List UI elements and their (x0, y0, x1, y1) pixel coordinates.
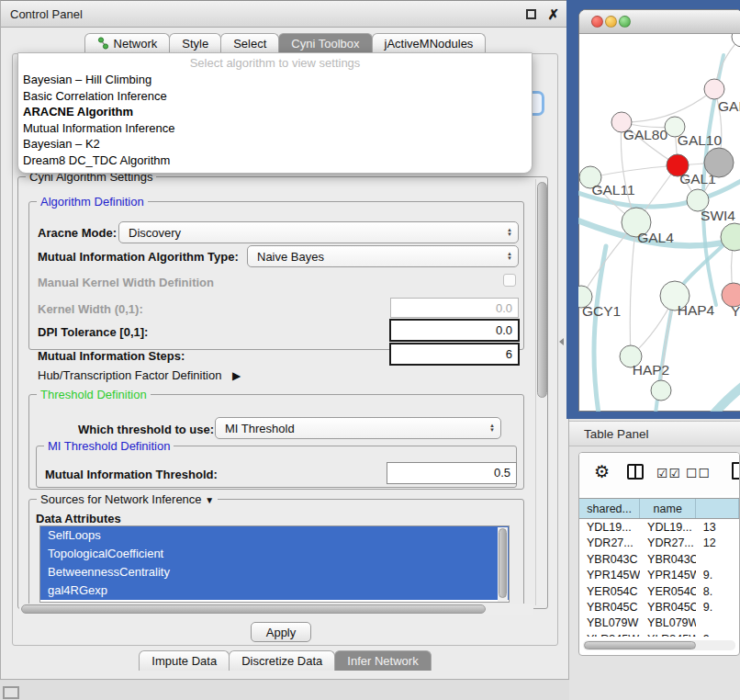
algorithm-option-mutual-information-inference[interactable]: Mutual Information Inference (18, 120, 532, 137)
table-row[interactable]: YBR045CYBR045C9. (579, 599, 739, 615)
table-cell: YDR27... (640, 535, 696, 550)
table-cell (696, 551, 739, 567)
tab-jactivemnodules[interactable]: jActiveMNodules (372, 33, 487, 53)
expand-right-icon[interactable]: ▶ (232, 369, 241, 382)
splitter-collapse-icon[interactable] (559, 338, 564, 345)
algorithm-option-bayesian-k2[interactable]: Bayesian – K2 (18, 136, 532, 152)
node-table: shared...name YDL19...YDL19...13YDR27...… (579, 498, 739, 637)
minimize-traffic-light-icon[interactable] (605, 16, 617, 28)
network-window-titlebar[interactable] (579, 10, 740, 34)
aracne-mode-value: Discovery (129, 226, 507, 240)
tab-label: Discretize Data (241, 654, 322, 668)
algorithm-option-dream8-dc-tdc-algorithm[interactable]: Dream8 DC_TDC Algorithm (18, 152, 532, 169)
tab-cyni-toolbox[interactable]: Cyni Toolbox (278, 33, 372, 53)
manual-kernel-width-checkbox[interactable] (503, 274, 516, 287)
table-row[interactable]: YBR043CYBR043C (579, 551, 739, 567)
network-node[interactable] (732, 34, 740, 47)
table-cell: YBR045C (579, 599, 640, 615)
data-attributes-list[interactable]: SelfLoopsTopologicalCoefficientBetweenne… (39, 525, 510, 603)
table-cell: YDR27... (579, 535, 640, 550)
combo-arrows-icon: ▲▼ (507, 228, 512, 237)
mi-steps-input[interactable]: 6 (389, 343, 520, 366)
network-node[interactable] (704, 148, 734, 177)
table-cell: YER054C (640, 583, 696, 599)
mi-threshold-label: Mutual Information Threshold: (45, 468, 218, 481)
algorithm-option-basic-correlation-inference[interactable]: Basic Correlation Inference (18, 88, 532, 105)
table-row[interactable]: YDR27...YDR27...12 (579, 535, 739, 550)
column-header-extra[interactable] (696, 499, 739, 518)
aracne-mode-select[interactable]: Discovery ▲▼ (118, 221, 519, 243)
combo-arrows-icon: ▲▼ (489, 423, 495, 433)
kernel-width-input[interactable]: 0.0 (390, 298, 519, 318)
network-canvas[interactable]: GALGAL80GAL10GAL1GAL11SWI4GAL4GCY1HAP4YH… (578, 34, 740, 412)
attribute-item-topologicalcoefficient[interactable]: TopologicalCoefficient (40, 545, 509, 563)
table-cell: 9. (696, 599, 739, 615)
zoom-traffic-light-icon[interactable] (619, 16, 631, 28)
deselect-all-checkboxes-icon[interactable]: ☐☐ (686, 466, 711, 480)
which-threshold-value: MI Threshold (225, 422, 489, 435)
tab-infer-network[interactable]: Infer Network (334, 650, 431, 671)
table-row[interactable]: YDL19...YDL19...13 (579, 519, 739, 535)
network-node-gal[interactable] (704, 79, 724, 99)
select-all-checkboxes-icon[interactable]: ☑☑ (656, 466, 681, 480)
mi-threshold-input[interactable]: 0.5 (387, 462, 517, 484)
document-icon[interactable] (732, 462, 740, 480)
float-window-icon[interactable] (526, 9, 536, 19)
table-row[interactable]: YPR145WYPR145W9. (579, 567, 739, 582)
table-horizontal-scrollbar[interactable] (583, 640, 735, 650)
control-panel-title: Control Panel (10, 7, 83, 21)
table-row[interactable]: YER054CYER054C8. (579, 583, 739, 599)
tab-discretize-data[interactable]: Discretize Data (229, 650, 335, 671)
dpi-tolerance-label: DPI Tolerance [0,1]: (38, 325, 148, 339)
table-row[interactable]: YLR345WYLR345W9. (579, 631, 739, 637)
attribute-item-betweennesscentrality[interactable]: BetweennessCentrality (40, 563, 509, 581)
algorithm-dropdown-prompt: Select algorithm to view settings (18, 53, 532, 72)
table-row[interactable]: YBL079WYBL079W (579, 615, 739, 630)
node-label: SWI4 (701, 208, 735, 223)
scrollbar-thumb[interactable] (537, 182, 547, 398)
settings-horizontal-scrollbar[interactable] (19, 604, 533, 615)
scrollbar-thumb[interactable] (21, 604, 486, 614)
table-cell: YLR345W (579, 631, 640, 637)
split-columns-icon[interactable] (627, 464, 644, 480)
table-panel: ⚙ ☑☑ ☐☐ shared...name YDL19...YDL19...13… (578, 452, 740, 656)
tab-label: Style (182, 37, 208, 51)
dpi-tolerance-input[interactable]: 0.0 (389, 319, 520, 342)
node-label: GCY1 (582, 303, 621, 319)
collapsed-panel-icon[interactable] (3, 686, 19, 699)
scrollbar-thumb[interactable] (499, 528, 507, 598)
kernel-width-label: Kernel Width (0,1): (38, 302, 143, 316)
apply-button[interactable]: Apply (251, 622, 311, 642)
control-panel-tabbar: NetworkStyleSelectCyni ToolboxjActiveMNo… (1, 33, 568, 53)
which-threshold-select[interactable]: MI Threshold ▲▼ (215, 417, 501, 439)
mi-algorithm-type-select[interactable]: Naive Bayes ▲▼ (247, 245, 519, 267)
network-edge (622, 89, 714, 122)
column-header-name[interactable]: name (640, 499, 696, 518)
close-traffic-light-icon[interactable] (591, 16, 603, 28)
algorithm-option-aracne-algorithm[interactable]: ARACNE Algorithm (18, 104, 532, 120)
settings-vertical-scrollbar[interactable] (535, 179, 547, 605)
attribute-item-selfloops[interactable]: SelfLoops (40, 526, 509, 545)
scrollbar-thumb[interactable] (584, 641, 696, 649)
table-panel-titlebar: Table Panel (569, 421, 740, 446)
table-cell: YLR345W (640, 631, 696, 637)
attribute-item-gal4rgexp[interactable]: gal4RGexp (40, 581, 509, 600)
algorithm-option-bayesian-hill-climbing[interactable]: Bayesian – Hill Climbing (18, 72, 532, 88)
tab-impute-data[interactable]: Impute Data (139, 650, 230, 671)
close-icon[interactable]: ✗ (547, 9, 559, 19)
network-node[interactable] (651, 380, 671, 401)
collapse-down-icon[interactable]: ▼ (205, 495, 214, 505)
node-label: GAL (718, 98, 740, 114)
aracne-mode-label: Aracne Mode: (38, 226, 117, 240)
gear-icon[interactable]: ⚙ (594, 461, 610, 482)
list-scrollbar[interactable] (498, 527, 508, 603)
sources-group-title[interactable]: Sources for Network Inference ▼ (37, 492, 218, 506)
tab-network[interactable]: Network (84, 33, 171, 53)
tab-select[interactable]: Select (220, 33, 279, 53)
column-header-shared[interactable]: shared... (579, 499, 640, 518)
app-root: Control Panel ✗ NetworkStyleSelectCyni T… (0, 0, 740, 700)
hub-definition-label[interactable]: Hub/Transcription Factor Definition ▶ (38, 368, 241, 382)
table-cell: YDL19... (579, 519, 640, 535)
combo-arrows-icon: ▲▼ (507, 252, 512, 261)
tab-style[interactable]: Style (169, 33, 221, 53)
